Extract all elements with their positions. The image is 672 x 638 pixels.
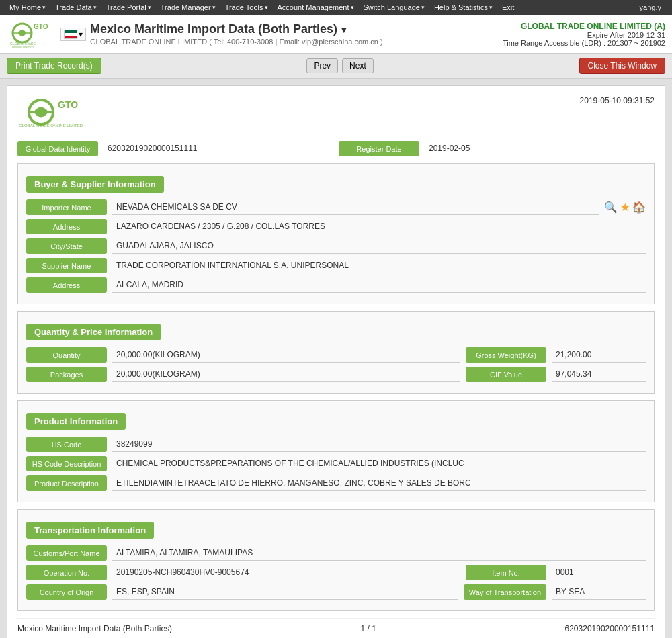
global-data-identity-value: 62032019020000151111 <box>103 141 333 156</box>
city-state-value: GUADALAJARA, JALISCO <box>112 238 646 254</box>
nav-exit[interactable]: Exit <box>498 2 518 13</box>
item-no-value: 0001 <box>552 565 646 580</box>
expire-date: Expire After 2019-12-31 <box>503 31 665 39</box>
importer-action-icons: 🔍 ★ 🏠 <box>604 199 646 215</box>
quantity-price-header: Quantity & Price Information <box>26 324 161 340</box>
chevron-down-icon: ▾ <box>42 4 46 11</box>
print-button[interactable]: Print Trade Record(s) <box>7 58 101 74</box>
register-date-label: Register Date <box>339 141 419 156</box>
importer-address-row: Address LAZARO CARDENAS / 2305 / G.208 /… <box>26 219 646 234</box>
global-data-identity-row: Global Data Identity 6203201902000015111… <box>17 141 655 156</box>
close-window-button[interactable]: Close This Window <box>579 58 665 74</box>
user-info: yang.y <box>634 2 667 13</box>
record-logo: GTO GLOBAL TRADE ONLINE LIMITED <box>17 96 105 133</box>
importer-name-row: Importer Name NEVADA CHEMICALS SA DE CV … <box>26 199 646 215</box>
header-center: Mexico Maritime Import Data (Both Partie… <box>90 22 383 46</box>
product-desc-value: ETILENDIAMINTETRAACETATO DE HIERRO, MANG… <box>112 475 646 491</box>
city-state-label: City/State <box>26 238 107 254</box>
nav-help-statistics[interactable]: Help & Statistics ▾ <box>430 2 497 13</box>
page-title: Mexico Maritime Import Data (Both Partie… <box>90 22 383 36</box>
chevron-down-icon: ▾ <box>212 4 216 11</box>
nav-my-home[interactable]: My Home ▾ <box>5 2 50 13</box>
supplier-name-row: Supplier Name TRADE CORPORATION INTERNAT… <box>26 258 646 273</box>
customs-port-label: Customs/Port Name <box>26 545 107 561</box>
hs-code-desc-row: HS Code Description CHEMICAL PRODUCTS&PR… <box>26 456 646 471</box>
toolbar-left: Print Trade Record(s) <box>7 58 101 74</box>
nav-trade-manager[interactable]: Trade Manager ▾ <box>157 2 220 13</box>
importer-address-value: LAZARO CARDENAS / 2305 / G.208 / COL.LAS… <box>112 219 646 234</box>
quantity-value: 20,000.00(KILOGRAM) <box>112 347 460 363</box>
search-icon[interactable]: 🔍 <box>604 201 618 214</box>
flag-dropdown-arrow: ▾ <box>79 30 83 39</box>
svg-text:GLOBAL TRADE ONLINE LIMITED: GLOBAL TRADE ONLINE LIMITED <box>19 124 83 128</box>
cif-value: 97,045.34 <box>552 367 646 382</box>
prev-button[interactable]: Prev <box>306 58 338 73</box>
quantity-price-section: Quantity & Price Information Quantity 20… <box>17 311 655 394</box>
header-left: GLOBAL TRADE ONLINE LIMITED GTO ▾ Mexico… <box>7 19 383 49</box>
packages-label: Packages <box>26 367 107 382</box>
chevron-down-icon: ▾ <box>489 4 493 11</box>
star-icon[interactable]: ★ <box>620 201 630 214</box>
next-button[interactable]: Next <box>342 58 374 73</box>
operation-no-label: Operation No. <box>26 565 107 580</box>
importer-address-label: Address <box>26 219 107 234</box>
nav-switch-language[interactable]: Switch Language ▾ <box>360 2 429 13</box>
header-bar: GLOBAL TRADE ONLINE LIMITED GTO ▾ Mexico… <box>0 15 672 54</box>
nav-trade-tools[interactable]: Trade Tools ▾ <box>221 2 272 13</box>
company-name: GLOBAL TRADE ONLINE LIMITED (A) <box>503 21 665 31</box>
logo: GLOBAL TRADE ONLINE LIMITED GTO <box>7 19 54 49</box>
supplier-address-row: Address ALCALA, MADRID <box>26 277 646 293</box>
hs-code-desc-value: CHEMICAL PRODUCTS&PREPARATIONS OF THE CH… <box>112 456 646 471</box>
buyer-supplier-header: Buyer & Supplier Information <box>26 176 164 193</box>
home-icon[interactable]: 🏠 <box>632 201 646 214</box>
gto-logo-svg: GLOBAL TRADE ONLINE LIMITED GTO <box>9 21 52 48</box>
packages-value: 20,000.00(KILOGRAM) <box>112 367 460 382</box>
record-page: 1 / 1 <box>361 624 376 633</box>
nav-account-management[interactable]: Account Management ▾ <box>274 2 358 13</box>
country-of-origin-value: ES, ESP, SPAIN <box>112 584 458 600</box>
hs-code-value: 38249099 <box>112 437 646 452</box>
record-description: Mexico Maritime Import Data (Both Partie… <box>17 624 172 633</box>
record-card: GTO GLOBAL TRADE ONLINE LIMITED 2019-05-… <box>7 85 665 638</box>
packages-row: Packages 20,000.00(KILOGRAM) CIF Value 9… <box>26 367 646 382</box>
logo-image: GLOBAL TRADE ONLINE LIMITED GTO <box>7 19 54 49</box>
toolbar-right: Close This Window <box>579 58 665 74</box>
quantity-label: Quantity <box>26 347 107 363</box>
transportation-section: Transportation Information Customs/Port … <box>17 509 655 611</box>
product-info-header: Product Information <box>26 413 126 430</box>
svg-text:GTO: GTO <box>58 99 78 110</box>
chevron-down-icon: ▾ <box>148 4 151 11</box>
gross-weight-value: 21,200.00 <box>552 347 646 363</box>
record-header: GTO GLOBAL TRADE ONLINE LIMITED 2019-05-… <box>17 96 655 133</box>
buyer-supplier-section: Buyer & Supplier Information Importer Na… <box>17 163 655 304</box>
product-info-section: Product Information HS Code 38249099 HS … <box>17 400 655 502</box>
supplier-address-label: Address <box>26 277 107 293</box>
main-content: GTO GLOBAL TRADE ONLINE LIMITED 2019-05-… <box>0 79 672 638</box>
chevron-down-icon: ▾ <box>351 4 354 11</box>
supplier-name-label: Supplier Name <box>26 258 107 273</box>
nav-trade-portal[interactable]: Trade Portal ▾ <box>102 2 155 13</box>
hs-code-desc-label: HS Code Description <box>26 456 107 471</box>
operation-no-row: Operation No. 20190205-NCH960430HV0-9005… <box>26 565 646 580</box>
way-of-transport-value: BY SEA <box>552 584 646 600</box>
way-of-transport-label: Way of Transportation <box>464 584 546 600</box>
gross-weight-label: Gross Weight(KG) <box>466 347 546 363</box>
supplier-address-value: ALCALA, MADRID <box>112 277 646 293</box>
supplier-name-value: TRADE CORPORATION INTERNATIONAL S.A. UNI… <box>112 258 646 273</box>
quantity-row: Quantity 20,000.00(KILOGRAM) Gross Weigh… <box>26 347 646 363</box>
nav-trade-data[interactable]: Trade Data ▾ <box>51 2 101 13</box>
transportation-header: Transportation Information <box>26 522 154 539</box>
chevron-down-icon: ▾ <box>265 4 268 11</box>
top-navigation: My Home ▾ Trade Data ▾ Trade Portal ▾ Tr… <box>0 0 672 15</box>
hs-code-label: HS Code <box>26 437 107 452</box>
importer-name-label: Importer Name <box>26 199 107 215</box>
title-dropdown-icon[interactable]: ▾ <box>341 24 346 35</box>
customs-port-row: Customs/Port Name ALTAMIRA, ALTAMIRA, TA… <box>26 545 646 561</box>
product-desc-row: Product Description ETILENDIAMINTETRAACE… <box>26 475 646 491</box>
country-of-origin-label: Country of Orign <box>26 584 107 600</box>
mexico-flag <box>64 30 77 39</box>
chevron-down-icon: ▾ <box>93 4 97 11</box>
importer-name-value: NEVADA CHEMICALS SA DE CV <box>112 199 599 215</box>
hs-code-row: HS Code 38249099 <box>26 437 646 452</box>
flag-selector[interactable]: ▾ <box>60 28 86 41</box>
